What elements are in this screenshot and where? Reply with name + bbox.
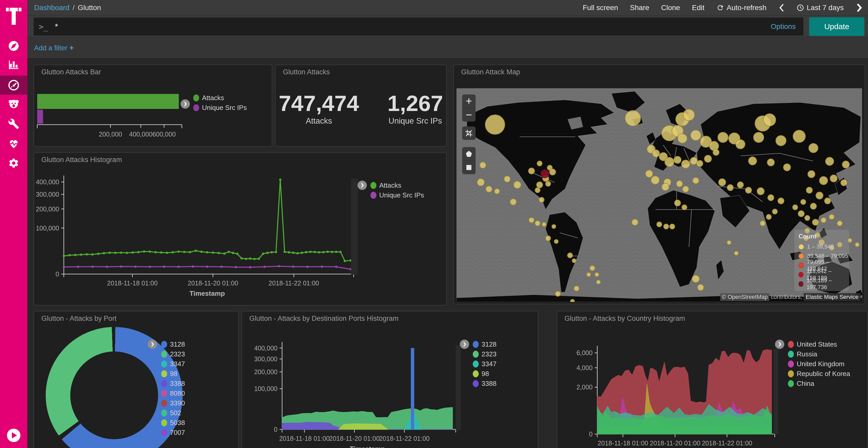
attack-bubble[interactable] <box>692 177 699 184</box>
attack-bubble[interactable] <box>805 215 810 221</box>
attack-bubble[interactable] <box>664 224 669 229</box>
attack-bubble[interactable] <box>801 200 806 205</box>
legend-item-unique-src-ips[interactable]: Unique Src IPs <box>193 103 247 112</box>
attack-map[interactable]: + − Count 1 – 39,54839,548 – 79,09579,09… <box>457 88 862 302</box>
sidebar-item-dashboard[interactable] <box>0 76 27 95</box>
attack-bubble[interactable] <box>812 219 819 225</box>
attack-bubble[interactable] <box>477 179 485 186</box>
query-options-link[interactable]: Options <box>771 23 796 31</box>
attack-bubble[interactable] <box>829 214 834 219</box>
panel-title[interactable]: Glutton - Attacks by Country Histogram <box>564 315 685 322</box>
attack-bubble[interactable] <box>748 157 757 165</box>
attack-bubble[interactable] <box>567 253 573 258</box>
sidebar-item-monitoring[interactable] <box>0 134 27 153</box>
auto-refresh-button[interactable]: Auto-refresh <box>716 4 767 12</box>
attack-bubble[interactable] <box>713 149 719 156</box>
attacks-histogram-chart[interactable]: 400,000300,000200,000100,00002018-11-18 … <box>34 153 445 304</box>
attack-bubble[interactable] <box>652 150 659 157</box>
legend-toggle-button[interactable] <box>460 340 469 349</box>
legend-toggle-button[interactable] <box>358 181 367 190</box>
attack-bubble[interactable] <box>572 259 576 263</box>
attack-bubble[interactable] <box>651 176 659 184</box>
attack-bubble[interactable] <box>855 243 859 247</box>
attack-bubble[interactable] <box>810 203 816 209</box>
attack-bubble[interactable] <box>542 222 546 226</box>
legend-item-3128[interactable]: 3128 <box>161 339 185 349</box>
attack-bubble[interactable] <box>480 162 486 168</box>
attack-bubble[interactable] <box>778 198 784 204</box>
legend-item-attacks[interactable]: Attacks <box>193 93 247 103</box>
legend-toggle-button[interactable] <box>181 99 190 109</box>
attack-bubble[interactable] <box>709 141 719 151</box>
attack-bubble[interactable] <box>793 130 805 142</box>
attack-bubble[interactable] <box>727 184 734 191</box>
legend-item-unique-src-ips[interactable]: Unique Src IPs <box>370 190 424 200</box>
attack-bubble[interactable] <box>757 187 765 195</box>
attack-bubble[interactable] <box>529 217 534 223</box>
attack-bubble[interactable] <box>753 132 764 142</box>
update-button[interactable]: Update <box>809 17 864 36</box>
legend-item-2323[interactable]: 2323 <box>161 349 185 359</box>
attack-bubble[interactable] <box>830 175 837 182</box>
attack-bubble[interactable] <box>510 199 517 205</box>
attack-bubble[interactable] <box>546 236 551 241</box>
legend-item-3390[interactable]: 3390 <box>161 398 185 408</box>
attack-bubble[interactable] <box>704 155 711 162</box>
share-button[interactable]: Share <box>630 4 649 12</box>
panel-title[interactable]: Glutton Attack Map <box>461 68 520 76</box>
legend-item-china[interactable]: China <box>788 379 850 388</box>
legend-item-8080[interactable]: 8080 <box>161 388 185 398</box>
legend-item-98[interactable]: 98 <box>161 369 185 379</box>
attack-bubble[interactable] <box>486 186 492 192</box>
attack-bubble[interactable] <box>555 291 561 297</box>
legend-item-5038[interactable]: 5038 <box>161 418 185 427</box>
attack-bubble[interactable] <box>514 181 521 188</box>
chevron-right-icon[interactable] <box>856 3 862 12</box>
attack-bubble[interactable] <box>536 182 543 188</box>
edit-button[interactable]: Edit <box>692 4 704 12</box>
attack-bubble[interactable] <box>764 114 776 126</box>
polygon-draw-button[interactable] <box>462 147 475 161</box>
legend-item-3388[interactable]: 3388 <box>161 379 185 388</box>
legend-item-3388[interactable]: 3388 <box>473 379 497 388</box>
legend-item-2323[interactable]: 2323 <box>473 349 497 359</box>
attack-bubble[interactable] <box>528 168 534 174</box>
attack-bubble[interactable] <box>816 192 823 199</box>
zoom-in-button[interactable]: + <box>462 95 475 108</box>
attack-bubble[interactable] <box>766 214 771 219</box>
attack-bubble[interactable] <box>819 176 828 185</box>
sidebar-item-timelion[interactable] <box>0 95 27 113</box>
clone-button[interactable]: Clone <box>661 4 680 12</box>
add-filter-link[interactable]: Add a filter + <box>34 43 74 52</box>
attack-bubble[interactable] <box>662 183 669 191</box>
legend-item-98[interactable]: 98 <box>473 369 497 379</box>
attack-bubble[interactable] <box>821 217 826 223</box>
attack-bubble[interactable] <box>681 160 690 168</box>
attack-bubble[interactable] <box>682 205 687 210</box>
attack-bubble[interactable] <box>678 134 687 143</box>
attack-bubble[interactable] <box>550 169 556 175</box>
sidebar-item-devtools[interactable] <box>0 114 27 133</box>
zoom-out-button[interactable]: − <box>462 108 475 122</box>
attack-bubble[interactable] <box>674 156 681 163</box>
panel-title[interactable]: Glutton - Attacks by Destination Ports H… <box>249 315 399 322</box>
attack-bubble[interactable] <box>692 275 699 283</box>
attack-bubble[interactable] <box>841 180 847 186</box>
legend-toggle-button[interactable] <box>775 340 784 349</box>
attack-bubble[interactable] <box>535 221 540 226</box>
attack-bubble[interactable] <box>842 161 849 168</box>
legend-item-3347[interactable]: 3347 <box>473 359 497 369</box>
attack-bubble[interactable] <box>697 161 703 167</box>
attack-bubble[interactable] <box>657 222 662 227</box>
attack-bubble[interactable] <box>783 164 791 171</box>
legend-item-united-states[interactable]: United States <box>788 339 850 349</box>
osm-attribution-link[interactable]: © OpenStreetMap <box>720 293 769 301</box>
attack-bubble[interactable] <box>552 225 556 229</box>
attack-bubble[interactable] <box>665 158 674 167</box>
attack-bubble[interactable] <box>570 299 575 302</box>
rectangle-draw-button[interactable] <box>462 161 475 174</box>
attack-bubble[interactable] <box>760 221 765 226</box>
attack-bubble[interactable] <box>677 181 683 187</box>
legend-item-3128[interactable]: 3128 <box>473 339 497 349</box>
attack-bubble-max[interactable] <box>541 170 549 178</box>
